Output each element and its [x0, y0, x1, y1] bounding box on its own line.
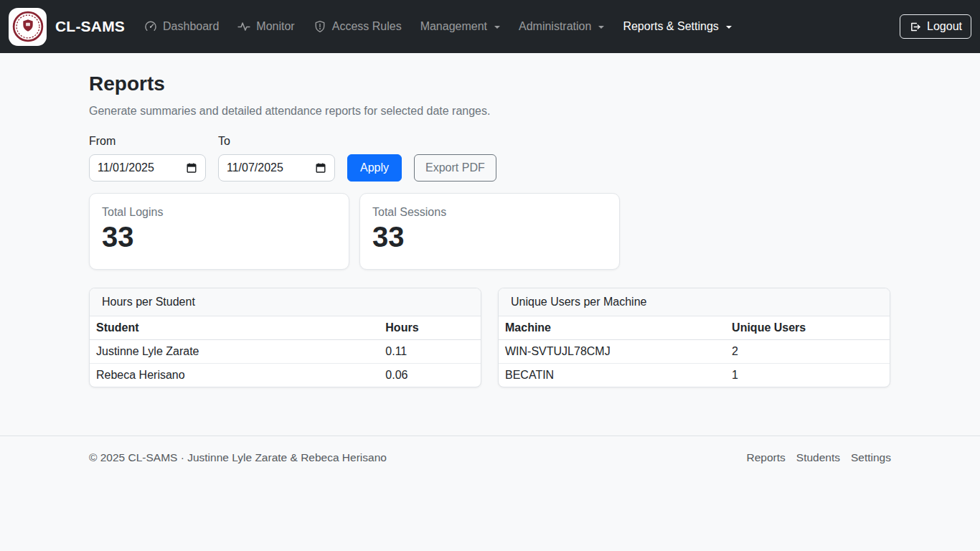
from-label: From [89, 135, 206, 148]
hours-per-student-card: Hours per Student Student Hours Justinne… [89, 288, 481, 387]
page-title: Reports [89, 72, 891, 95]
unique-users-per-machine-card: Unique Users per Machine Machine Unique … [498, 288, 890, 387]
logout-button[interactable]: Logout [900, 14, 971, 39]
table-cell: BECATIN [499, 364, 725, 387]
chevron-down-icon [598, 26, 604, 29]
stat-value: 33 [372, 222, 607, 252]
nav-item-label: Dashboard [163, 20, 219, 33]
table-row: BECATIN 1 [499, 364, 890, 387]
column-header: Unique Users [725, 316, 890, 340]
to-date-input-wrap [218, 154, 335, 182]
brand-title[interactable]: CL-SAMS [55, 18, 125, 35]
nav-item-label: Management [420, 20, 487, 33]
from-date-field: From [89, 135, 206, 182]
table-cell: WIN-SVTUJL78CMJ [499, 340, 725, 364]
chevron-down-icon [494, 26, 500, 29]
footer-link-reports[interactable]: Reports [747, 451, 786, 464]
app-logo[interactable] [9, 8, 47, 46]
university-seal-icon [11, 10, 44, 43]
stat-label: Total Sessions [372, 206, 607, 219]
table-title: Unique Users per Machine [499, 288, 890, 316]
nav-item-administration[interactable]: Administration [509, 14, 613, 39]
footer-links: Reports Students Settings [747, 451, 891, 464]
to-date-picker-button[interactable] [315, 162, 326, 174]
page-subtitle: Generate summaries and detailed attendan… [89, 105, 891, 118]
table-cell: 1 [725, 364, 890, 387]
export-pdf-button[interactable]: Export PDF [414, 154, 496, 182]
nav-item-access-rules[interactable]: Access Rules [304, 14, 411, 39]
to-date-field: To [218, 135, 335, 182]
date-filter-row: From To [89, 135, 891, 182]
table-row: Justinne Lyle Zarate 0.11 [90, 340, 481, 364]
nav-item-label: Reports & Settings [623, 20, 718, 33]
nav-item-dashboard[interactable]: Dashboard [135, 14, 228, 39]
tables-row: Hours per Student Student Hours Justinne… [89, 288, 891, 387]
column-header: Student [90, 316, 379, 340]
table-header-row: Machine Unique Users [499, 316, 890, 340]
summary-cards-row: Total Logins 33 Total Sessions 33 [89, 193, 891, 270]
hours-per-student-table: Student Hours Justinne Lyle Zarate 0.11 … [90, 316, 481, 387]
to-date-input[interactable] [227, 161, 311, 174]
table-row: WIN-SVTUJL78CMJ 2 [499, 340, 890, 364]
nav-item-reports-settings[interactable]: Reports & Settings [613, 14, 740, 39]
table-row: Rebeca Herisano 0.06 [90, 364, 481, 387]
from-date-input[interactable] [98, 161, 182, 174]
table-title: Hours per Student [90, 288, 481, 316]
nav-item-management[interactable]: Management [411, 14, 509, 39]
nav-item-monitor[interactable]: Monitor [228, 14, 303, 39]
apply-button[interactable]: Apply [347, 154, 402, 182]
nav-item-label: Access Rules [332, 20, 402, 33]
total-logins-card: Total Logins 33 [89, 193, 349, 270]
unique-users-per-machine-table: Machine Unique Users WIN-SVTUJL78CMJ 2 B… [499, 316, 890, 387]
total-sessions-card: Total Sessions 33 [359, 193, 620, 270]
shield-exclamation-icon [314, 20, 326, 33]
calendar-icon [315, 162, 326, 174]
table-cell: Justinne Lyle Zarate [90, 340, 379, 364]
calendar-icon [186, 162, 197, 174]
nav-item-label: Administration [519, 20, 591, 33]
page-footer: © 2025 CL-SAMS · Justinne Lyle Zarate & … [0, 435, 980, 481]
chevron-down-icon [726, 26, 732, 29]
from-date-input-wrap [89, 154, 206, 182]
activity-icon [237, 20, 250, 33]
nav-links: Dashboard Monitor Access Rules Managemen… [135, 14, 741, 39]
speedometer-icon [144, 20, 157, 33]
table-cell: Rebeca Herisano [90, 364, 379, 387]
nav-item-label: Monitor [256, 20, 294, 33]
column-header: Hours [379, 316, 481, 340]
footer-link-settings[interactable]: Settings [851, 451, 891, 464]
top-navbar: CL-SAMS Dashboard Monitor Access Rules [0, 0, 980, 53]
to-label: To [218, 135, 335, 148]
footer-copyright: © 2025 CL-SAMS · Justinne Lyle Zarate & … [89, 451, 387, 464]
column-header: Machine [499, 316, 725, 340]
logout-label: Logout [927, 20, 962, 33]
main-content: Reports Generate summaries and detailed … [89, 53, 891, 387]
table-header-row: Student Hours [90, 316, 481, 340]
footer-link-students[interactable]: Students [796, 451, 840, 464]
from-date-picker-button[interactable] [186, 162, 197, 174]
stat-value: 33 [102, 222, 336, 252]
box-arrow-right-icon [909, 21, 921, 33]
table-cell: 2 [725, 340, 890, 364]
table-cell: 0.11 [379, 340, 481, 364]
stat-label: Total Logins [102, 206, 336, 219]
table-cell: 0.06 [379, 364, 481, 387]
